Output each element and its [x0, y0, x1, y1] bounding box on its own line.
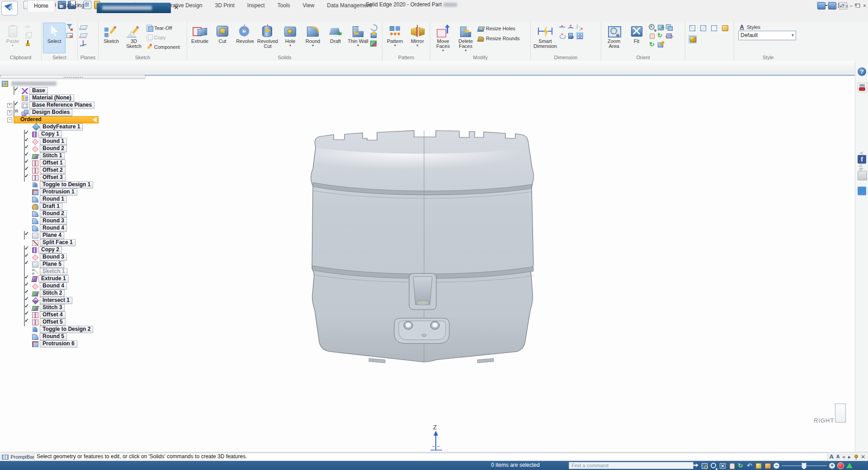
tree-item-offset-5[interactable]: Offset 5 — [0, 319, 66, 326]
tree-item-plane-5[interactable]: Plane 5 — [0, 261, 64, 268]
close-prompt-icon[interactable]: ✕ — [861, 454, 865, 460]
facebook-icon[interactable]: f — [858, 155, 866, 164]
app-logo-icon[interactable] — [1, 1, 18, 15]
tree-item-offset-4[interactable]: Offset 4 — [0, 311, 66, 319]
look-at-face-icon[interactable] — [657, 24, 664, 31]
helix-icon[interactable] — [370, 24, 377, 31]
shaded-view-icon[interactable] — [764, 462, 771, 469]
shaded-with-edges-icon[interactable] — [689, 35, 697, 43]
tree-item-toggle-to-design-1[interactable]: Toggle to Design 1 — [0, 181, 93, 188]
tree-item-extrude-1[interactable]: Extrude 1 — [0, 275, 69, 282]
zoom-area-button[interactable]: Zoom Area — [603, 23, 625, 53]
common-views-icon[interactable] — [665, 32, 673, 39]
refresh-view-icon[interactable] — [648, 41, 656, 48]
run-command-icon[interactable] — [692, 462, 699, 469]
tree-item-intersect-1[interactable]: Intersect 1 — [0, 297, 72, 304]
select-options-icon[interactable] — [66, 32, 73, 39]
format-painter-icon[interactable] — [24, 40, 32, 47]
visible-edges-icon[interactable] — [699, 24, 707, 32]
angle-between-icon[interactable] — [567, 24, 575, 31]
round-button[interactable]: Round▾ — [302, 23, 324, 53]
increase-text-icon[interactable]: A — [830, 454, 834, 460]
expand-prompt-icon[interactable]: ▸ — [848, 454, 851, 460]
checkbox-checked[interactable] — [24, 318, 25, 326]
collapse-icon[interactable]: − — [7, 118, 12, 122]
tab-inspect[interactable]: Inspect — [241, 0, 271, 12]
tree-item-offset-3[interactable]: Offset 3 — [0, 174, 66, 181]
tree-item-offset-2[interactable]: Offset 2 — [0, 167, 66, 174]
view-overrides-icon[interactable] — [755, 462, 762, 469]
tree-item-round-4[interactable]: Round 4 — [0, 225, 67, 232]
coordinate-dimension-icon[interactable] — [567, 32, 575, 39]
tree-item-ordered[interactable]: −↕Ordered — [0, 116, 99, 123]
zoom-in-icon[interactable]: + — [829, 463, 835, 469]
part-model[interactable] — [306, 125, 539, 367]
tree-item-stitch-2[interactable]: Stitch 2 — [0, 290, 65, 297]
tear-off-button[interactable]: Tear-Off — [146, 24, 180, 32]
doc-restore-button[interactable]: ❒ — [855, 3, 860, 9]
revolved-cut-button[interactable]: Revolved Cut — [256, 23, 279, 53]
tree-item-bound-1[interactable]: Bound 1 — [0, 138, 67, 145]
draft-button[interactable]: Draft — [324, 23, 347, 53]
fit-icon[interactable] — [719, 462, 726, 469]
tree-item-stitch-1[interactable]: Stitch 1 — [0, 152, 65, 160]
view-overrides-icon[interactable] — [657, 41, 664, 48]
pan-icon[interactable] — [648, 32, 656, 39]
visible-hidden-edges-icon[interactable] — [689, 24, 696, 32]
rotate-icon[interactable] — [737, 462, 744, 469]
paste-button[interactable]: Paste▾ — [1, 23, 24, 53]
pathfinder-grip[interactable] — [0, 75, 146, 79]
collapse-prompt-icon[interactable]: « — [842, 454, 845, 460]
wireframe-icon[interactable] — [710, 24, 717, 32]
tree-item-offset-1[interactable]: Offset 1 — [0, 160, 66, 167]
mirror-button[interactable]: Mirror▾ — [406, 23, 429, 53]
web-network-icon[interactable] — [370, 40, 377, 47]
zoom-slider-thumb[interactable] — [802, 463, 807, 470]
youtube-icon[interactable] — [858, 83, 867, 92]
tree-item-design-bodies[interactable]: +Design Bodies — [0, 109, 72, 116]
component-button[interactable]: Component — [146, 43, 180, 51]
zoom-icon[interactable] — [648, 24, 656, 31]
share-icon[interactable] — [846, 463, 853, 468]
previous-view-icon[interactable] — [665, 24, 673, 31]
checkbox-checked[interactable] — [24, 173, 25, 182]
document-tab[interactable] — [97, 3, 171, 13]
tree-item-plane-4[interactable]: Plane 4 — [0, 232, 64, 239]
resize-rounds-button[interactable]: Resize Rounds — [477, 35, 520, 42]
tree-item-copy-2[interactable]: Copy 2 — [0, 246, 62, 254]
decrease-text-icon[interactable]: A — [836, 454, 840, 460]
resize-holes-button[interactable]: Resize Holes — [477, 25, 520, 32]
record-icon[interactable] — [837, 462, 844, 469]
help-circle-icon[interactable]: ? — [858, 67, 866, 76]
tab-list-icon[interactable]: ▾ — [840, 4, 842, 9]
close-view-icon[interactable]: ✕ — [845, 4, 849, 9]
tab-surfacing[interactable]: Surfacing — [55, 0, 91, 12]
tree-item-round-2[interactable]: Round 2 — [0, 210, 67, 217]
tab-close-icon[interactable]: ✕ — [173, 4, 180, 11]
hole-button[interactable]: Hole▾ — [279, 23, 302, 53]
expand-icon[interactable]: + — [7, 103, 12, 108]
tree-item-toggle-to-design-2[interactable]: Toggle to Design 2 — [0, 326, 93, 333]
checkbox-partial[interactable] — [14, 108, 14, 117]
tree-item-material-none-[interactable]: Material (None) — [0, 94, 74, 102]
checkbox-checked[interactable] — [14, 86, 14, 95]
smart-dimension-button[interactable]: Smart Dimension — [532, 23, 558, 53]
cut-button[interactable]: Cut — [211, 23, 234, 53]
symmetric-diameter-icon[interactable] — [559, 32, 566, 39]
select-filter-icon[interactable] — [66, 24, 73, 31]
doc-close-button[interactable]: × — [863, 3, 866, 9]
tree-item-bound-2[interactable]: Bound 2 — [0, 145, 67, 152]
3d-sketch-button[interactable]: 3D Sketch — [123, 23, 145, 53]
tree-item-protrusion-1[interactable]: Protrusion 1 — [0, 188, 77, 196]
extrude-button[interactable]: Extrude — [189, 23, 211, 53]
prev-tab-icon[interactable]: ◂ — [829, 4, 832, 9]
more-planes-icon[interactable] — [80, 32, 87, 39]
distance-between-icon[interactable] — [559, 24, 566, 31]
coordinate-system-icon[interactable] — [80, 40, 87, 47]
zoom-out-icon[interactable]: − — [774, 463, 779, 469]
cut-icon[interactable]: ✂ — [24, 24, 32, 31]
find-command-input[interactable]: Find a command — [569, 462, 693, 469]
tab-home[interactable]: Home — [27, 0, 55, 12]
tab-tools[interactable]: Tools — [271, 0, 297, 12]
tab-view[interactable]: View — [297, 0, 321, 12]
